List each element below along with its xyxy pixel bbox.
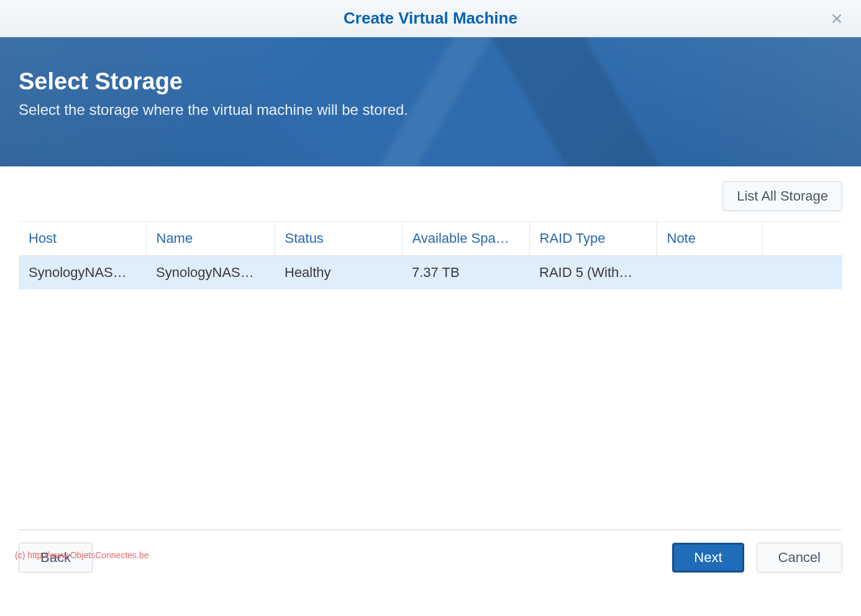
col-header-name[interactable]: Name xyxy=(146,222,275,256)
cell-raid-type: RAID 5 (With… xyxy=(529,256,657,290)
cell-available-space: 7.37 TB xyxy=(402,256,529,290)
table-header-row: Host Name Status Available Spa… RAID Typ… xyxy=(19,222,842,256)
col-header-note[interactable]: Note xyxy=(657,222,762,256)
footer-right: Next Cancel xyxy=(672,543,842,573)
wizard-banner: Select Storage Select the storage where … xyxy=(0,37,861,166)
action-bar: List All Storage xyxy=(19,181,842,211)
col-header-raid-type[interactable]: RAID Type xyxy=(529,222,657,256)
storage-table-wrap: Host Name Status Available Spa… RAID Typ… xyxy=(19,221,842,289)
banner-subtitle: Select the storage where the virtual mac… xyxy=(19,101,842,119)
cell-status: Healthy xyxy=(275,256,402,290)
banner-title: Select Storage xyxy=(19,68,842,95)
cell-name: SynologyNAS… xyxy=(146,256,275,290)
dialog-title: Create Virtual Machine xyxy=(344,9,517,28)
wizard-footer: Back Next Cancel xyxy=(19,529,842,573)
cell-host: SynologyNAS… xyxy=(19,256,146,290)
list-all-storage-button[interactable]: List All Storage xyxy=(722,181,842,211)
back-button[interactable]: Back xyxy=(19,543,93,573)
footer-left: Back xyxy=(19,543,93,573)
cancel-button[interactable]: Cancel xyxy=(757,543,842,573)
col-header-available-space[interactable]: Available Spa… xyxy=(402,222,529,256)
col-header-host[interactable]: Host xyxy=(19,222,146,256)
cell-note xyxy=(657,256,762,290)
col-header-status[interactable]: Status xyxy=(275,222,402,256)
content-area: List All Storage Host Name Status Availa… xyxy=(0,166,861,289)
col-header-spacer xyxy=(762,222,842,256)
cell-spacer xyxy=(762,256,842,290)
next-button[interactable]: Next xyxy=(672,543,744,573)
storage-table: Host Name Status Available Spa… RAID Typ… xyxy=(19,222,842,289)
close-icon[interactable] xyxy=(828,10,845,27)
dialog-header: Create Virtual Machine xyxy=(0,0,861,37)
table-row[interactable]: SynologyNAS… SynologyNAS… Healthy 7.37 T… xyxy=(19,256,842,290)
